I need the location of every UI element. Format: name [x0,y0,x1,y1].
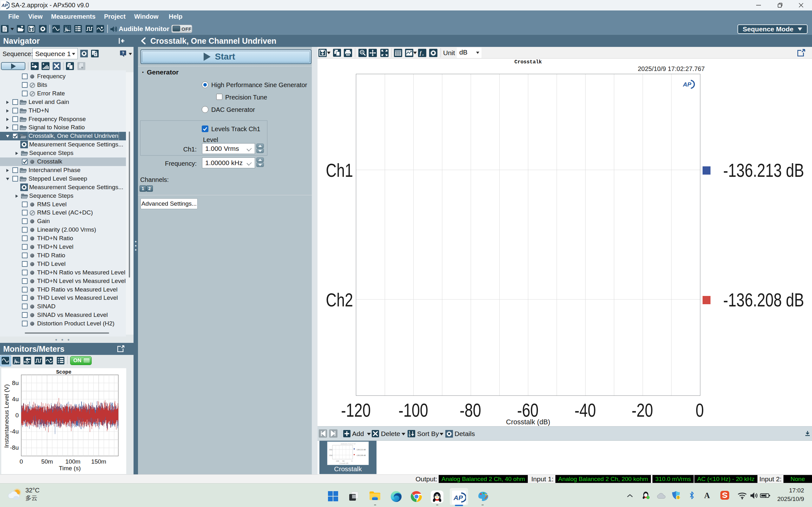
taskbar-chrome-icon[interactable] [410,491,422,503]
delete-node-icon[interactable] [53,62,61,70]
tree-item[interactable]: THD Ratio vs Measured Level [0,285,126,294]
tree-expander-icon[interactable] [6,109,9,113]
tree-checkbox[interactable] [12,124,18,130]
graph-table-icon[interactable] [394,49,402,57]
tree-item[interactable]: Frequency [0,72,126,81]
sort-caret-icon[interactable] [440,433,444,435]
tree-expander-icon[interactable] [6,126,9,130]
tree-item[interactable]: Distortion Product Level (H2) [0,320,126,328]
graph-zoom-icon[interactable] [358,49,367,57]
graph-fx-icon[interactable]: fx [418,49,426,57]
tree-item[interactable]: THD Ratio [0,251,126,260]
tree-checkbox[interactable] [12,167,18,173]
sort-icon[interactable]: 19 [408,430,415,437]
tree-item[interactable]: Measurement Sequence Settings... [0,183,126,192]
details-icon[interactable] [445,430,453,438]
tree-item[interactable]: THD+N [0,107,126,115]
tree-item[interactable]: Gain [0,217,126,226]
tray-ime-a-icon[interactable]: A [703,491,711,499]
digital-monitor-icon[interactable] [35,357,42,364]
add-monitor-view-icon[interactable] [96,25,104,33]
tree-checkbox[interactable] [22,202,28,207]
graph-copy-icon[interactable] [333,49,341,57]
help-caret-icon[interactable] [129,53,132,55]
tree-item[interactable]: THD Level vs Measured Level [0,294,126,302]
graph-save-caret[interactable] [327,52,331,54]
tree-item[interactable]: Crosstalk [0,158,126,166]
tree-checkbox[interactable] [22,82,28,88]
tree-checkbox[interactable] [22,312,28,318]
tree-item[interactable]: THD Level [0,260,126,268]
taskbar-task-view-icon[interactable] [348,491,360,503]
delete-result-icon[interactable] [372,430,379,437]
tree-checkbox[interactable] [22,235,28,241]
tree-checkbox[interactable] [12,133,18,139]
scope-view-icon[interactable] [2,357,9,364]
tree-checkbox[interactable] [22,321,28,326]
tree-item[interactable]: THD+N Ratio [0,234,126,243]
tree-checkbox[interactable] [22,287,28,292]
io-monitor-icon[interactable] [23,357,31,364]
maximize-button[interactable] [773,0,787,10]
menu-measurements[interactable]: Measurements [51,10,96,23]
tree-expander-icon[interactable] [6,134,9,138]
graph-fit-icon[interactable] [380,49,389,57]
tree-checkbox[interactable] [22,159,28,164]
new-project-caret[interactable] [10,28,14,31]
tree-checkbox[interactable] [22,73,28,79]
tree-item[interactable]: Measurement Sequence Settings... [0,140,126,149]
levels-track-checkbox[interactable] [202,125,208,132]
tree-item[interactable]: THD+N Level [0,243,126,251]
project-settings-icon[interactable] [39,25,47,33]
audible-monitor-icon[interactable] [110,25,117,33]
sequence-view-icon[interactable] [74,25,82,33]
tree-item[interactable]: Crosstalk, One Channel Undriven [0,132,126,140]
sequence-settings-icon[interactable] [80,50,88,57]
generator-monitor-icon[interactable] [45,357,53,364]
tray-sogou-icon[interactable] [720,491,729,500]
tree-horizontal-scrollbar[interactable] [1,331,124,335]
tray-bluetooth-icon[interactable] [689,491,695,499]
tree-item[interactable]: Stepped Level Sweep [0,175,126,183]
channel-1-button[interactable]: 1 [140,185,146,192]
sequence-select[interactable]: Sequence 1 [32,48,78,59]
menu-project[interactable]: Project [104,10,125,23]
dac-radio[interactable] [202,106,208,113]
tree-checkbox[interactable] [12,116,18,122]
tree-checkbox[interactable] [22,295,28,301]
tree-checkbox[interactable] [22,278,28,284]
navigator-collapse-icon[interactable] [118,37,125,45]
minimize-button[interactable] [751,0,766,10]
taskbar-edge-icon[interactable] [390,491,402,503]
audible-monitor-toggle[interactable]: OFF [171,25,192,33]
delete-caret-icon[interactable] [402,433,405,435]
graph-save-icon[interactable] [318,49,327,57]
tree-item[interactable]: Interchannel Phase [0,166,126,175]
delete-label[interactable]: Delete [381,427,400,441]
fft-monitor-icon[interactable] [13,357,20,364]
tree-item[interactable]: Signal to Noise Ratio [0,123,126,132]
tray-wifi-icon[interactable] [738,492,747,499]
help-icon[interactable]: ? [119,50,126,57]
tree-checkbox[interactable] [12,99,18,105]
signal-monitors-view-icon[interactable] [52,25,60,33]
ch1-level-spinner[interactable] [256,144,264,153]
save-project-icon[interactable] [28,25,35,33]
tree-checkbox[interactable] [22,261,28,267]
advanced-settings-button[interactable]: Advanced Settings... [141,199,198,209]
tree-checkbox[interactable] [12,108,18,113]
tree-item[interactable]: Linearity (2.000 Vrms) [0,226,126,234]
menu-view[interactable]: View [28,10,43,23]
taskbar-explorer-icon[interactable] [369,491,381,503]
frequency-spinner[interactable] [256,158,264,167]
tree-item[interactable]: Sequence Steps [0,192,126,200]
square-wave-view-icon[interactable] [86,25,93,33]
tree-item[interactable]: Level and Gain [0,98,126,107]
precision-tune-checkbox[interactable] [216,94,222,100]
fft-view-icon[interactable] [63,25,71,33]
vertical-splitter[interactable]: ••• [134,47,138,474]
menu-window[interactable]: Window [134,10,158,23]
first-result-icon[interactable] [319,429,327,438]
sort-by-label[interactable]: Sort By [417,427,439,441]
add-label[interactable]: Add [352,427,364,441]
